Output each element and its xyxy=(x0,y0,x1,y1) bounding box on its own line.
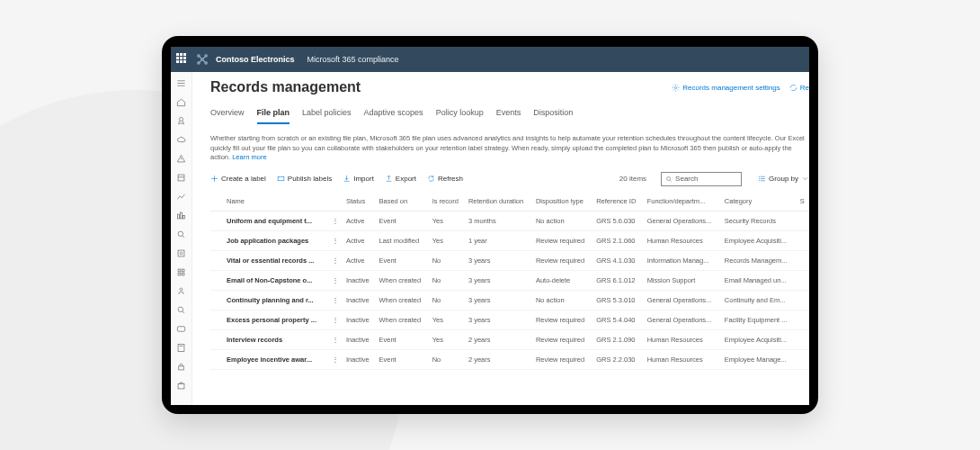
table-row[interactable]: Job application packages ⋮ Active Last m… xyxy=(210,230,809,250)
row-name: Vital or essential records ... xyxy=(223,250,328,270)
publish-labels-button[interactable]: Publish labels xyxy=(277,175,332,183)
row-reference: GRS 5.6.030 xyxy=(592,211,643,230)
col-based-on[interactable]: Based on xyxy=(376,192,429,212)
records-icon[interactable] xyxy=(176,342,187,353)
tab-overview[interactable]: Overview xyxy=(210,108,245,124)
compliance-icon[interactable] xyxy=(176,115,187,126)
col-category[interactable]: Category xyxy=(721,192,797,212)
row-menu-icon[interactable]: ⋮ xyxy=(328,270,343,290)
svg-line-29 xyxy=(183,310,184,312)
create-label-button[interactable]: Create a label xyxy=(210,175,266,183)
row-category: Security Records xyxy=(721,211,797,230)
data-icon[interactable] xyxy=(176,248,187,258)
table-row[interactable]: Email of Non-Capstone o... ⋮ Inactive Wh… xyxy=(210,270,809,290)
import-button[interactable]: Import xyxy=(343,175,374,183)
reports-icon[interactable] xyxy=(176,172,187,183)
file-plan-table: Name Status Based on Is record Retention… xyxy=(210,192,809,370)
col-disposition[interactable]: Disposition type xyxy=(532,192,592,212)
tab-disposition[interactable]: Disposition xyxy=(533,108,573,124)
search-nav-icon[interactable] xyxy=(176,229,187,239)
row-based-on: Event xyxy=(376,250,429,270)
row-menu-icon[interactable]: ⋮ xyxy=(328,310,343,329)
app-launcher-icon[interactable] xyxy=(176,53,189,66)
table-row[interactable]: Vital or essential records ... ⋮ Active … xyxy=(210,250,809,270)
table-row[interactable]: Excess personal property ... ⋮ Inactive … xyxy=(210,310,809,329)
row-function: General Operations... xyxy=(644,310,721,329)
col-function[interactable]: Function/departm... xyxy=(644,192,721,212)
svg-point-19 xyxy=(178,231,183,237)
svg-rect-18 xyxy=(183,215,185,218)
tab-file-plan[interactable]: File plan xyxy=(257,108,290,124)
refresh-button[interactable]: Refresh xyxy=(427,175,463,183)
row-menu-icon[interactable]: ⋮ xyxy=(328,329,343,349)
col-retention[interactable]: Retention duration xyxy=(465,192,532,212)
row-menu-icon[interactable]: ⋮ xyxy=(328,211,343,230)
table-row[interactable]: Interview records ⋮ Inactive Event Yes 2… xyxy=(210,329,809,349)
chart-icon[interactable] xyxy=(176,191,187,202)
row-category: Records Managem... xyxy=(721,250,797,270)
policies-icon[interactable] xyxy=(176,210,187,220)
svg-rect-16 xyxy=(177,214,179,219)
row-based-on: Event xyxy=(376,349,429,369)
settings-link[interactable]: Records management settings xyxy=(672,84,780,92)
row-reference: GRS 2.1.060 xyxy=(592,230,643,250)
search-input[interactable]: Search xyxy=(661,172,742,186)
tab-label-policies[interactable]: Label policies xyxy=(302,108,352,124)
row-name: Job application packages xyxy=(223,230,328,250)
tab-events[interactable]: Events xyxy=(496,108,521,124)
nav-rail xyxy=(171,72,192,405)
col-is-record[interactable]: Is record xyxy=(429,192,465,212)
row-menu-icon[interactable]: ⋮ xyxy=(328,230,343,250)
svg-line-8 xyxy=(203,60,205,62)
alert-icon[interactable] xyxy=(176,153,187,164)
row-status: Inactive xyxy=(343,290,376,310)
message-icon[interactable] xyxy=(176,323,187,334)
row-menu-icon[interactable]: ⋮ xyxy=(328,349,343,369)
col-name[interactable]: Name xyxy=(223,192,328,212)
briefcase-icon[interactable] xyxy=(176,380,187,391)
home-icon[interactable] xyxy=(176,96,187,107)
page-title: Records management xyxy=(210,79,361,95)
refresh-link[interactable]: Re xyxy=(789,84,809,92)
svg-point-22 xyxy=(180,252,183,255)
svg-rect-31 xyxy=(178,344,184,351)
row-disposition: Auto-delete xyxy=(532,270,592,290)
roles-icon[interactable] xyxy=(176,285,187,296)
svg-point-1 xyxy=(198,55,200,57)
cloud-icon[interactable] xyxy=(176,134,187,145)
row-based-on: Event xyxy=(376,329,429,349)
svg-rect-25 xyxy=(178,273,181,275)
group-by-button[interactable]: Group by xyxy=(758,175,809,183)
row-status: Inactive xyxy=(343,329,376,349)
row-menu-icon[interactable]: ⋮ xyxy=(328,290,343,310)
row-function: Human Resources xyxy=(644,329,721,349)
table-row[interactable]: Employee incentive awar... ⋮ Inactive Ev… xyxy=(210,349,809,369)
row-function: Human Resources xyxy=(644,349,721,369)
row-function: General Operations... xyxy=(644,290,721,310)
row-disposition: Review required xyxy=(532,310,592,329)
svg-point-49 xyxy=(760,178,761,179)
svg-rect-23 xyxy=(178,269,181,272)
col-status[interactable]: Status xyxy=(343,192,376,212)
table-row[interactable]: Uniform and equipment t... ⋮ Active Even… xyxy=(210,211,809,230)
toolbar: Create a label Publish labels Import Exp… xyxy=(210,172,809,186)
catalog-icon[interactable] xyxy=(176,266,187,277)
col-s[interactable]: S xyxy=(797,192,809,212)
menu-icon[interactable] xyxy=(176,77,187,88)
tabs: Overview File plan Label policies Adapti… xyxy=(210,108,809,125)
tab-policy-lookup[interactable]: Policy lookup xyxy=(436,108,484,124)
table-row[interactable]: Continuity planning and r... ⋮ Inactive … xyxy=(210,290,809,310)
learn-more-link[interactable]: Learn more xyxy=(232,153,266,161)
svg-rect-26 xyxy=(182,273,184,275)
device-frame: Contoso Electronics Microsoft 365 compli… xyxy=(162,36,818,414)
export-button[interactable]: Export xyxy=(385,175,416,183)
row-retention: 3 months xyxy=(465,211,532,230)
row-based-on: When created xyxy=(376,290,429,310)
svg-point-12 xyxy=(179,117,183,121)
row-menu-icon[interactable]: ⋮ xyxy=(328,250,343,270)
tab-adaptive-scopes[interactable]: Adaptive scopes xyxy=(364,108,423,124)
row-status: Active xyxy=(343,211,376,230)
col-reference[interactable]: Reference ID xyxy=(592,192,643,212)
lock-icon[interactable] xyxy=(176,361,187,372)
discover-icon[interactable] xyxy=(176,304,187,315)
